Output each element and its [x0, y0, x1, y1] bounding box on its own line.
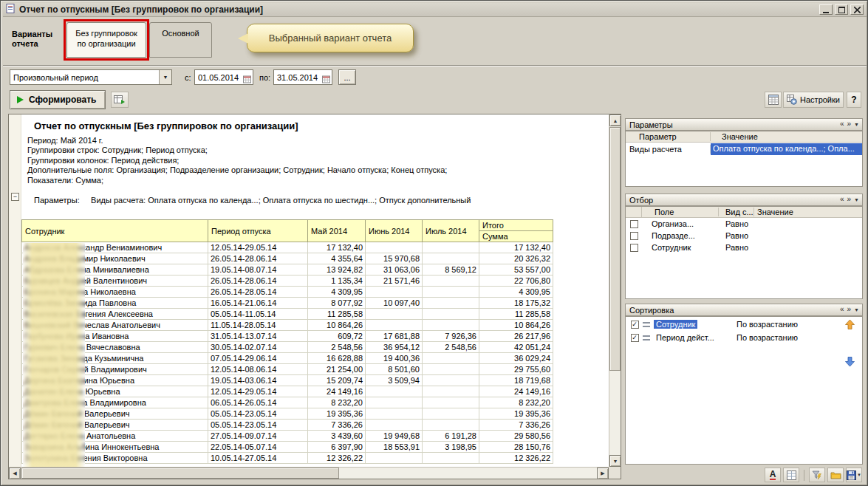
dock-left-icon[interactable]: « — [840, 120, 844, 128]
cell-amount-july[interactable]: 6 191,28 — [423, 431, 479, 442]
dock-left-icon[interactable]: « — [840, 305, 844, 313]
dock-right-icon[interactable]: » — [847, 305, 852, 313]
cell-amount-may[interactable]: 4 355,64 — [308, 253, 366, 264]
cell-amount-may[interactable]: 19 395,36 — [308, 408, 366, 420]
new-report-window-button[interactable] — [111, 92, 129, 108]
cell-amount-may[interactable]: 13 924,82 — [308, 264, 366, 275]
cell-amount-june[interactable]: 21 571,46 — [366, 275, 423, 287]
cell-vacation-period[interactable]: 30.05.14-02.07.14 — [208, 342, 308, 353]
cell-vacation-period[interactable]: 06.05.14-26.05.14 — [208, 397, 308, 408]
cell-vacation-period[interactable]: 05.05.14-23.05.14 — [208, 408, 308, 420]
vertical-scroll-thumb[interactable] — [609, 127, 621, 371]
cell-employee[interactable]: Абдразова Елена Минивалиевна — [22, 264, 208, 275]
period-preset-combo[interactable]: Произвольный период ▼ — [10, 69, 172, 85]
cell-amount-may[interactable]: 2 548,56 — [308, 342, 366, 353]
report-vertical-scrollbar[interactable]: ▲ ▼ — [609, 114, 621, 467]
cell-employee[interactable]: Дмитрова Елена Владимировна — [22, 397, 208, 408]
col-header-june[interactable]: Июнь 2014 — [366, 220, 423, 242]
filter-condition-label[interactable]: Равно — [719, 243, 754, 252]
tab-variant-main[interactable]: Основной — [149, 22, 212, 58]
cell-amount-july[interactable] — [423, 309, 479, 320]
scroll-left-button[interactable]: ◀ — [9, 468, 21, 479]
cell-amount-june[interactable]: 18 553,91 — [366, 442, 423, 453]
filter-row-checkbox[interactable] — [630, 220, 638, 228]
cell-employee[interactable]: Гусакова Зинаида Кузьминична — [22, 353, 208, 364]
col-header-total[interactable]: Итого — [479, 220, 553, 231]
cell-vacation-period[interactable]: 27.05.14-09.07.14 — [208, 431, 308, 442]
cell-amount-may[interactable]: 15 209,74 — [308, 375, 366, 386]
cell-amount-may[interactable]: 17 132,40 — [308, 242, 366, 253]
report-structure-button[interactable] — [765, 92, 782, 108]
cell-amount-june[interactable] — [366, 397, 423, 408]
cell-employee[interactable]: Дергина Екатерина Юрьевна — [22, 375, 208, 386]
cell-amount-june[interactable] — [366, 386, 423, 397]
sorting-direction-label[interactable]: По возрастанию — [737, 333, 798, 342]
cell-amount-june[interactable]: 15 970,68 — [366, 253, 423, 264]
cell-amount-july[interactable] — [423, 253, 479, 264]
filter-row-checkbox[interactable] — [630, 232, 638, 240]
cell-amount-total[interactable]: 42 051,24 — [479, 342, 553, 353]
sorting-direction-label[interactable]: По возрастанию — [737, 320, 798, 329]
dock-right-icon[interactable]: » — [847, 120, 852, 128]
parameter-row[interactable]: Виды расчета Оплата отпуска по календа..… — [626, 143, 862, 155]
cell-amount-total[interactable]: 28 150,76 — [479, 442, 553, 453]
cell-employee[interactable]: Заварзина Альбина Иннокентьевна — [22, 442, 208, 453]
cell-amount-june[interactable]: 10 097,40 — [366, 298, 423, 309]
cell-employee[interactable]: Гуркевич Елена Вячеславовна — [22, 342, 208, 353]
section-menu-icon[interactable]: ▼ — [854, 195, 859, 203]
cell-amount-may[interactable]: 21 254,00 — [308, 364, 366, 375]
cell-amount-july[interactable]: 3 198,95 — [423, 442, 479, 453]
col-header-total-sum[interactable]: Сумма — [479, 231, 553, 242]
dock-right-icon[interactable]: » — [847, 195, 852, 203]
cell-amount-may[interactable]: 8 232,20 — [308, 397, 366, 408]
cell-amount-may[interactable]: 11 285,58 — [308, 309, 366, 320]
cell-amount-total[interactable]: 18 719,68 — [479, 375, 553, 386]
section-menu-icon[interactable]: ▼ — [854, 120, 859, 128]
cell-employee[interactable]: Золотухина Евгения Викторовна — [22, 453, 208, 464]
cell-amount-july[interactable] — [423, 320, 479, 331]
cell-employee[interactable]: Вишневский Вячеслав Анатольевич — [22, 320, 208, 331]
cell-amount-july[interactable]: 8 569,12 — [423, 264, 479, 275]
cell-vacation-period[interactable]: 12.05.14-08.06.14 — [208, 364, 308, 375]
sorting-row-checkbox[interactable]: ✓ — [631, 321, 639, 329]
cell-vacation-period[interactable]: 26.05.14-28.06.14 — [208, 275, 308, 287]
cell-amount-june[interactable]: 17 681,88 — [366, 331, 423, 342]
cell-employee[interactable]: Дёмин Евгений Валерьевич — [22, 420, 208, 431]
cell-vacation-period[interactable]: 19.05.14-08.07.14 — [208, 264, 308, 275]
dock-left-icon[interactable]: « — [840, 195, 844, 203]
cell-amount-total[interactable]: 36 029,24 — [479, 353, 553, 364]
tab-variant-no-grouping[interactable]: Без группировок по организации — [66, 22, 146, 58]
filter-row-checkbox[interactable] — [630, 244, 638, 252]
horizontal-scroll-thumb[interactable] — [21, 468, 339, 479]
cell-amount-may[interactable]: 7 336,26 — [308, 420, 366, 431]
help-button[interactable]: ? — [847, 92, 861, 108]
cell-employee[interactable]: Буравцев Андрей Валентинович — [22, 275, 208, 287]
cell-amount-june[interactable] — [366, 453, 423, 464]
cell-amount-may[interactable]: 3 439,60 — [308, 431, 366, 442]
cell-amount-total[interactable]: 19 395,36 — [479, 408, 553, 420]
cell-amount-total[interactable]: 29 580,56 — [479, 431, 553, 442]
cell-amount-july[interactable] — [423, 397, 479, 408]
cell-vacation-period[interactable]: 22.05.14-05.07.14 — [208, 442, 308, 453]
cell-amount-total[interactable]: 29 755,60 — [479, 364, 553, 375]
cell-amount-total[interactable]: 20 326,32 — [479, 253, 553, 264]
cell-vacation-period[interactable]: 12.05.14-29.05.14 — [208, 386, 308, 397]
cell-vacation-period[interactable]: 26.05.14-28.05.14 — [208, 287, 308, 298]
collapse-group-button[interactable]: − — [11, 193, 19, 201]
filter-condition-label[interactable]: Равно — [719, 219, 754, 228]
cell-amount-july[interactable]: 7 926,36 — [423, 331, 479, 342]
col-header-july[interactable]: Июль 2014 — [423, 220, 479, 242]
cell-amount-total[interactable]: 18 175,32 — [479, 298, 553, 309]
cell-amount-june[interactable]: 31 063,06 — [366, 264, 423, 275]
cell-amount-may[interactable]: 8 077,92 — [308, 298, 366, 309]
scroll-down-button[interactable]: ▼ — [609, 455, 621, 467]
cell-vacation-period[interactable]: 11.05.14-28.05.14 — [208, 320, 308, 331]
col-header-vacation-period[interactable]: Период отпуска — [208, 220, 308, 242]
cell-amount-june[interactable]: 36 954,12 — [366, 342, 423, 353]
cell-amount-total[interactable]: 53 557,00 — [479, 264, 553, 275]
cell-amount-may[interactable]: 1 135,34 — [308, 275, 366, 287]
cell-amount-may[interactable]: 10 864,26 — [308, 320, 366, 331]
move-down-button[interactable] — [844, 356, 856, 368]
sorting-field-label[interactable]: Период дейст... — [654, 333, 717, 342]
cell-amount-june[interactable]: 19 949,68 — [366, 431, 423, 442]
